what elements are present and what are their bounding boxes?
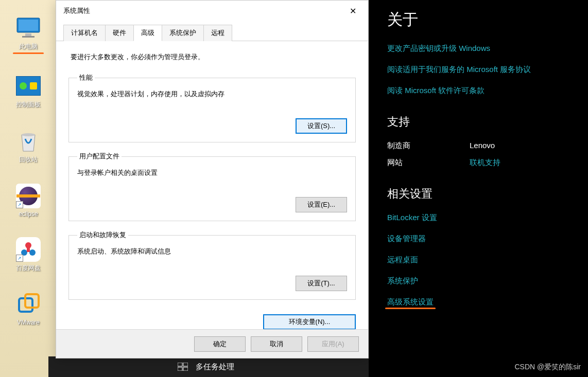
group-user-profiles: 用户配置文件 与登录帐户相关的桌面设置 设置(E)... [68,152,356,221]
tab-advanced[interactable]: 高级 [133,25,162,41]
support-row-manufacturer: 制造商 Lenovo [387,141,588,151]
performance-settings-button[interactable]: 设置(S)... [296,118,347,134]
ok-button[interactable]: 确定 [194,336,246,352]
settings-title: 关于 [387,9,588,30]
support-key: 制造商 [387,141,470,151]
tab-system-protection[interactable]: 系统保护 [162,25,204,41]
desktop-icon-vmware[interactable]: VMware [5,292,51,326]
desktop-icon-this-pc[interactable]: 此电脑 [5,15,51,54]
taskbar: 多任务处理 [48,356,419,377]
system-properties-dialog: 系统属性 ✕ 计算机名 硬件 高级 系统保护 远程 要进行大多数更改，你必须作为… [56,0,369,358]
admin-notice: 要进行大多数更改，你必须作为管理员登录。 [68,52,356,62]
tab-remote[interactable]: 远程 [203,25,232,41]
watermark: CSDN @爱笑的陈sir [514,363,581,372]
svg-point-7 [29,249,36,256]
control-panel-icon [16,74,41,98]
desktop-icon-recycle-bin[interactable]: 回收站 [5,129,51,164]
environment-variables-button[interactable]: 环境变量(N)... [263,314,356,330]
group-performance: 性能 视觉效果，处理器计划，内存使用，以及虚拟内存 设置(S)... [68,73,356,142]
link-services-agreement[interactable]: 阅读适用于我们服务的 Microsoft 服务协议 [387,65,588,75]
svg-rect-8 [27,247,30,252]
svg-rect-12 [183,363,188,366]
cancel-button[interactable]: 取消 [251,336,302,352]
desktop-icon-label: 控制面板 [16,100,41,109]
desktop-icon-eclipse[interactable]: ↗ eclipse [5,184,51,218]
link-remote-desktop[interactable]: 远程桌面 [387,255,588,265]
dialog-title-text: 系统属性 [63,6,90,15]
group-legend: 用户配置文件 [77,152,122,161]
desktop-icons-column: 此电脑 控制面板 回收站 ↗ eclipse ↗ [5,15,51,346]
settings-related-heading: 相关设置 [387,186,588,202]
group-legend: 性能 [77,73,95,82]
desktop-icon-label: eclipse [19,210,38,218]
settings-support-heading: 支持 [387,114,588,130]
desktop-icon-label: 回收站 [19,155,38,164]
svg-rect-3 [22,36,34,38]
tab-hardware[interactable]: 硬件 [105,25,134,41]
link-license-terms[interactable]: 阅读 Microsoft 软件许可条款 [387,86,588,96]
shortcut-arrow-icon: ↗ [16,255,23,262]
svg-rect-2 [25,33,31,36]
vmware-icon [16,292,41,317]
svg-rect-11 [178,363,182,366]
taskbar-item-label[interactable]: 多任务处理 [196,362,234,372]
annotation-underline [13,52,44,54]
desktop-icon-baidu-netdisk[interactable]: ↗ 百度网盘 [5,237,51,273]
baidu-netdisk-icon: ↗ [16,237,41,262]
user-profiles-settings-button[interactable]: 设置(E)... [296,197,347,212]
apply-button[interactable]: 应用(A) [307,336,359,352]
multitasking-icon [177,361,188,372]
shortcut-arrow-icon: ↗ [16,201,23,208]
link-change-product-key[interactable]: 更改产品密钥或升级 Windows [387,44,588,53]
group-desc: 视觉效果，处理器计划，内存使用，以及虚拟内存 [77,89,347,99]
recycle-bin-icon [16,129,41,153]
link-system-protection[interactable]: 系统保护 [387,276,588,286]
link-bitlocker-settings[interactable]: BitLocker 设置 [387,213,588,223]
desktop-icon-control-panel[interactable]: 控制面板 [5,74,51,109]
dialog-footer: 确定 取消 应用(A) [56,329,368,358]
svg-rect-14 [183,367,188,371]
svg-rect-1 [19,20,38,31]
dialog-titlebar[interactable]: 系统属性 ✕ [56,1,368,21]
support-val: Lenovo [470,141,495,151]
tab-strip: 计算机名 硬件 高级 系统保护 远程 [56,24,368,41]
desktop-icon-label: 此电脑 [19,42,38,51]
link-online-support[interactable]: 联机支持 [470,158,500,168]
group-legend: 启动和故障恢复 [77,230,128,240]
support-key: 网站 [387,158,470,168]
settings-about-panel: 关于 更改产品密钥或升级 Windows 阅读适用于我们服务的 Microsof… [369,0,588,377]
svg-point-4 [22,133,35,136]
link-advanced-system-settings[interactable]: 高级系统设置 [387,297,588,307]
eclipse-icon: ↗ [16,184,41,208]
startup-recovery-settings-button[interactable]: 设置(T)... [296,276,347,291]
desktop-icon-label: VMware [17,319,40,326]
desktop-icon-label: 百度网盘 [16,264,41,273]
group-startup-recovery: 启动和故障恢复 系统启动、系统故障和调试信息 设置(T)... [68,230,356,300]
close-icon: ✕ [350,6,356,16]
group-desc: 与登录帐户相关的桌面设置 [77,168,347,177]
close-button[interactable]: ✕ [341,3,364,19]
computer-icon [16,15,41,40]
support-row-website: 网站 联机支持 [387,158,588,168]
link-device-manager[interactable]: 设备管理器 [387,234,588,244]
svg-rect-13 [178,367,182,371]
env-variables-row: 环境变量(N)... [68,314,356,330]
tab-computer-name[interactable]: 计算机名 [63,25,106,41]
tab-content-advanced: 要进行大多数更改，你必须作为管理员登录。 性能 视觉效果，处理器计划，内存使用，… [56,41,368,339]
group-desc: 系统启动、系统故障和调试信息 [77,247,347,256]
